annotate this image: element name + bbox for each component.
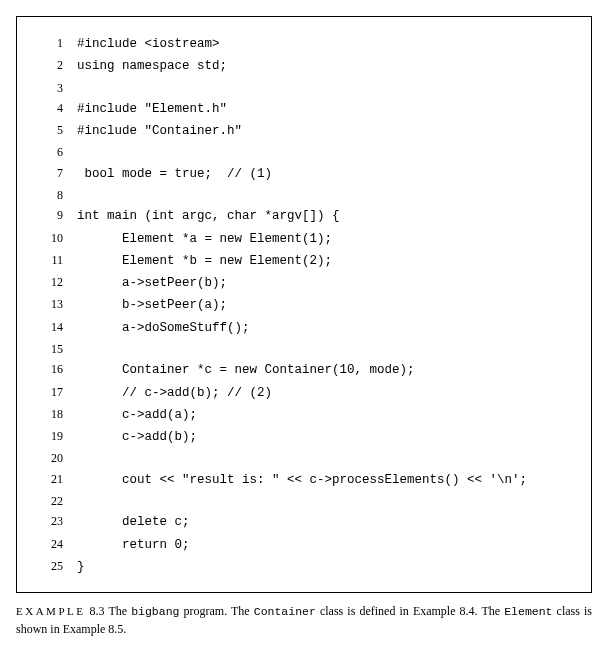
line-number: 12 — [35, 272, 77, 292]
code-line: 14 a->doSomeStuff(); — [35, 317, 573, 339]
figure-caption: EXAMPLE 8.3 The bigbang program. The Con… — [16, 603, 592, 638]
code-text: #include "Element.h" — [77, 99, 227, 120]
line-number: 21 — [35, 469, 77, 489]
line-number: 24 — [35, 534, 77, 554]
code-line: 9int main (int argc, char *argv[]) { — [35, 205, 573, 227]
code-line: 11 Element *b = new Element(2); — [35, 250, 573, 272]
code-text: #include "Container.h" — [77, 121, 242, 142]
code-line: 12 a->setPeer(b); — [35, 272, 573, 294]
line-number: 3 — [35, 78, 77, 98]
caption-text-2: program. The — [179, 604, 253, 618]
line-number: 1 — [35, 33, 77, 53]
line-number: 6 — [35, 142, 77, 162]
code-text: a->doSomeStuff(); — [77, 318, 250, 339]
code-line: 18 c->add(a); — [35, 404, 573, 426]
code-text: #include <iostream> — [77, 34, 220, 55]
code-text: Element *a = new Element(1); — [77, 229, 332, 250]
line-number: 7 — [35, 163, 77, 183]
code-listing-box: 1#include <iostream>2using namespace std… — [16, 16, 592, 593]
line-number: 18 — [35, 404, 77, 424]
line-number: 23 — [35, 511, 77, 531]
code-line: 20 — [35, 448, 573, 468]
code-line: 17 // c->add(b); // (2) — [35, 382, 573, 404]
line-number: 17 — [35, 382, 77, 402]
code-text: cout << "result is: " << c->processEleme… — [77, 470, 527, 491]
code-text: return 0; — [77, 535, 190, 556]
caption-class-container: Container — [254, 605, 316, 618]
code-line: 2using namespace std; — [35, 55, 573, 77]
code-text: c->add(a); — [77, 405, 197, 426]
code-line: 23 delete c; — [35, 511, 573, 533]
code-line: 5#include "Container.h" — [35, 120, 573, 142]
code-text: int main (int argc, char *argv[]) { — [77, 206, 340, 227]
code-line: 22 — [35, 491, 573, 511]
code-line: 19 c->add(b); — [35, 426, 573, 448]
line-number: 8 — [35, 185, 77, 205]
code-line: 16 Container *c = new Container(10, mode… — [35, 359, 573, 381]
code-text: } — [77, 557, 85, 578]
code-line: 25} — [35, 556, 573, 578]
code-line: 3 — [35, 78, 573, 98]
line-number: 5 — [35, 120, 77, 140]
code-line: 7 bool mode = true; // (1) — [35, 163, 573, 185]
line-number: 15 — [35, 339, 77, 359]
line-number: 16 — [35, 359, 77, 379]
line-number: 9 — [35, 205, 77, 225]
code-line: 8 — [35, 185, 573, 205]
code-text: c->add(b); — [77, 427, 197, 448]
code-line: 24 return 0; — [35, 534, 573, 556]
code-line: 10 Element *a = new Element(1); — [35, 228, 573, 250]
caption-num-value: 8.3 — [90, 604, 105, 618]
code-line: 1#include <iostream> — [35, 33, 573, 55]
code-text: Element *b = new Element(2); — [77, 251, 332, 272]
line-number: 14 — [35, 317, 77, 337]
line-number: 22 — [35, 491, 77, 511]
code-line: 4#include "Element.h" — [35, 98, 573, 120]
code-text: using namespace std; — [77, 56, 227, 77]
line-number: 20 — [35, 448, 77, 468]
caption-text-3: class is defined in Example 8.4. The — [316, 604, 504, 618]
line-number: 13 — [35, 294, 77, 314]
line-number: 2 — [35, 55, 77, 75]
code-line: 13 b->setPeer(a); — [35, 294, 573, 316]
code-line: 6 — [35, 142, 573, 162]
code-text: Container *c = new Container(10, mode); — [77, 360, 415, 381]
line-number: 11 — [35, 250, 77, 270]
line-number: 25 — [35, 556, 77, 576]
code-line: 15 — [35, 339, 573, 359]
code-text: // c->add(b); // (2) — [77, 383, 272, 404]
code-text: delete c; — [77, 512, 190, 533]
line-number: 19 — [35, 426, 77, 446]
code-text: bool mode = true; // (1) — [77, 164, 272, 185]
code-text: a->setPeer(b); — [77, 273, 227, 294]
line-number: 10 — [35, 228, 77, 248]
code-text: b->setPeer(a); — [77, 295, 227, 316]
code-line: 21 cout << "result is: " << c->processEl… — [35, 469, 573, 491]
caption-program-name: bigbang — [131, 605, 179, 618]
line-number: 4 — [35, 98, 77, 118]
caption-class-element: Element — [504, 605, 552, 618]
caption-text-1: The — [108, 604, 131, 618]
caption-lead: EXAMPLE — [16, 605, 85, 617]
